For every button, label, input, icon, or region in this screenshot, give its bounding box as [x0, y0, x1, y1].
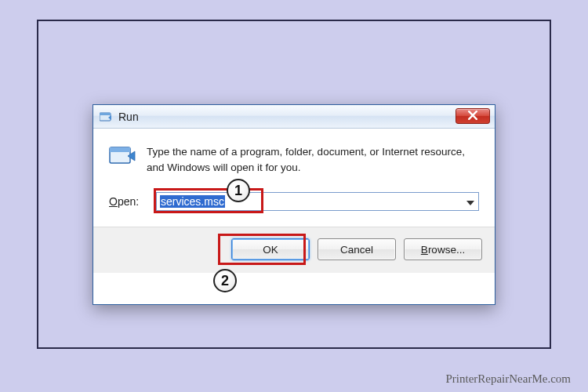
- open-combobox[interactable]: services.msc: [156, 192, 479, 211]
- titlebar[interactable]: Run: [93, 105, 495, 129]
- watermark: PrinterRepairNearMe.com: [445, 372, 571, 386]
- open-input-value: services.msc: [160, 195, 225, 208]
- svg-rect-3: [110, 147, 130, 152]
- close-button[interactable]: [456, 108, 490, 124]
- run-dialog: Run Type the name of a program, folder, …: [93, 104, 495, 305]
- dialog-body: Type the name of a program, folder, docu…: [93, 129, 495, 211]
- browse-button[interactable]: Browse...: [404, 238, 482, 260]
- dialog-title: Run: [118, 111, 139, 123]
- ok-button[interactable]: OK: [231, 238, 310, 260]
- open-input[interactable]: services.msc: [157, 193, 463, 210]
- browse-button-label: Browse...: [421, 244, 465, 256]
- cancel-button[interactable]: Cancel: [318, 238, 396, 260]
- ok-button-label: OK: [263, 244, 278, 256]
- close-icon: [468, 111, 477, 122]
- run-icon-large: [109, 144, 136, 168]
- chevron-down-icon: [466, 196, 474, 208]
- button-bar: OK Cancel Browse...: [93, 227, 495, 273]
- combo-dropdown-button[interactable]: [463, 193, 478, 210]
- cancel-button-label: Cancel: [340, 244, 373, 256]
- instruction-text: Type the name of a program, folder, docu…: [147, 143, 479, 175]
- run-icon-small: [100, 111, 112, 122]
- open-label: Open:: [109, 195, 145, 208]
- svg-rect-1: [100, 113, 111, 115]
